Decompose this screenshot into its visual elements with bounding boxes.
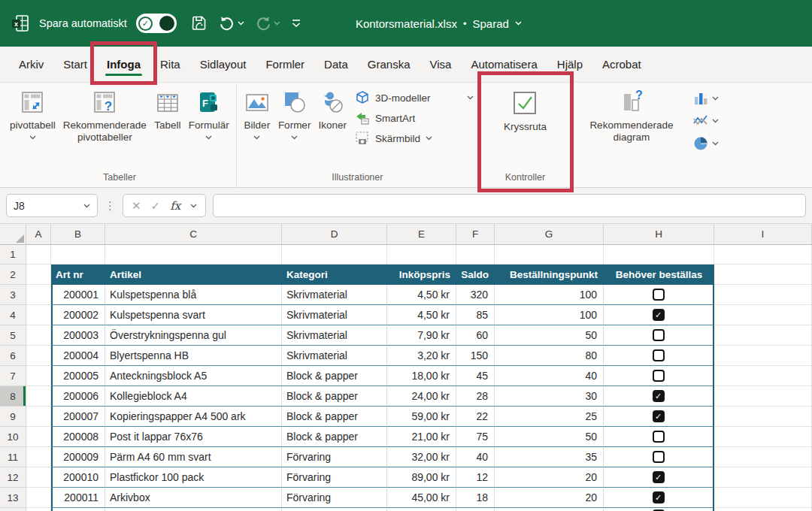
- line-chart-button[interactable]: [692, 113, 719, 129]
- cell[interactable]: Pärm A4 60 mm svart: [105, 447, 282, 467]
- cell[interactable]: 59,00 kr: [387, 407, 456, 427]
- cell[interactable]: 28: [456, 386, 495, 407]
- tab-sidlayout[interactable]: Sidlayout: [190, 49, 256, 80]
- cell[interactable]: 200001: [51, 285, 105, 305]
- tab-formler[interactable]: Formler: [256, 49, 314, 80]
- cell[interactable]: [282, 245, 387, 265]
- cell[interactable]: 60: [456, 325, 495, 346]
- cell[interactable]: Förvaring: [282, 488, 387, 508]
- row-header-3[interactable]: 3: [0, 285, 26, 305]
- cell[interactable]: [714, 508, 812, 511]
- document-title[interactable]: Kontorsmaterial.xlsx • Sparad: [356, 17, 522, 30]
- cell[interactable]: 22: [456, 407, 495, 427]
- row-header-14[interactable]: 14: [0, 508, 26, 511]
- cell[interactable]: ✓: [604, 488, 714, 508]
- cell[interactable]: 100: [495, 285, 604, 305]
- cell[interactable]: 200007: [51, 407, 105, 427]
- cancel-icon[interactable]: ✕: [132, 199, 141, 213]
- cell[interactable]: 12: [456, 467, 495, 488]
- cell[interactable]: 4,50 kr: [387, 285, 456, 305]
- cell[interactable]: [495, 245, 604, 265]
- cell[interactable]: 40: [495, 366, 604, 386]
- column-header-G[interactable]: G: [495, 224, 604, 245]
- pivottable-button[interactable]: pivottabell: [6, 84, 59, 140]
- row-header-2[interactable]: 2: [0, 265, 26, 285]
- cell[interactable]: [105, 508, 282, 511]
- row-header-5[interactable]: 5: [0, 325, 26, 346]
- cell[interactable]: [714, 325, 812, 346]
- column-header-D[interactable]: D: [282, 224, 387, 245]
- cell[interactable]: Block & papper: [282, 427, 387, 447]
- cell[interactable]: 200009: [51, 447, 105, 467]
- cell[interactable]: 18,00 kr: [387, 366, 456, 386]
- cell[interactable]: 80: [495, 346, 604, 366]
- cell[interactable]: Kulspetspenna blå: [105, 285, 282, 305]
- 3d-models-button[interactable]: 3D-modeller: [355, 90, 474, 105]
- cell[interactable]: ✓: [604, 508, 714, 511]
- recommended-charts-button[interactable]: ? Rekommenderade diagram: [575, 84, 688, 144]
- autosave-toggle[interactable]: ✓: [136, 14, 177, 33]
- cell[interactable]: Kopieringspapper A4 500 ark: [105, 407, 282, 427]
- row-header-6[interactable]: 6: [0, 346, 26, 366]
- select-all-corner[interactable]: [0, 224, 26, 245]
- table-header-cell[interactable]: Inköpspris: [387, 265, 456, 285]
- cell[interactable]: Block & papper: [282, 366, 387, 386]
- row-checkbox[interactable]: ✓: [653, 309, 665, 321]
- cell[interactable]: 45: [456, 366, 495, 386]
- cell[interactable]: 21,00 kr: [387, 427, 456, 447]
- row-header-10[interactable]: 10: [0, 427, 26, 447]
- cell[interactable]: [714, 488, 812, 508]
- cell[interactable]: 20: [495, 488, 604, 508]
- cell[interactable]: Förvaring: [282, 447, 387, 467]
- cell[interactable]: 3,20 kr: [387, 346, 456, 366]
- column-header-I[interactable]: I: [714, 224, 812, 245]
- column-header-E[interactable]: E: [387, 224, 456, 245]
- cell[interactable]: [26, 508, 51, 511]
- row-checkbox[interactable]: [653, 451, 665, 463]
- cell[interactable]: [26, 467, 51, 488]
- cell[interactable]: 200011: [51, 488, 105, 508]
- tab-start[interactable]: Start: [53, 49, 97, 80]
- column-header-C[interactable]: C: [105, 224, 282, 245]
- row-header-7[interactable]: 7: [0, 366, 26, 386]
- cell[interactable]: Förvaring: [282, 467, 387, 488]
- cell[interactable]: Skrivmaterial: [282, 305, 387, 325]
- cell[interactable]: [714, 407, 812, 427]
- tab-hjälp[interactable]: Hjälp: [547, 49, 592, 80]
- cell[interactable]: Block & papper: [282, 407, 387, 427]
- row-checkbox[interactable]: [653, 289, 665, 301]
- cell[interactable]: [714, 386, 812, 407]
- cell[interactable]: [714, 366, 812, 386]
- cell[interactable]: 200004: [51, 346, 105, 366]
- cell[interactable]: 320: [456, 285, 495, 305]
- cell[interactable]: [714, 245, 812, 265]
- cell[interactable]: 7,90 kr: [387, 325, 456, 346]
- cell[interactable]: 100: [495, 305, 604, 325]
- cell[interactable]: [604, 325, 714, 346]
- cell[interactable]: 24,00 kr: [387, 386, 456, 407]
- cell[interactable]: 200002: [51, 305, 105, 325]
- cell[interactable]: [26, 245, 51, 265]
- cell[interactable]: [714, 427, 812, 447]
- cell[interactable]: 75: [456, 427, 495, 447]
- cell[interactable]: ✓: [604, 386, 714, 407]
- cell[interactable]: Blyertspenna HB: [105, 346, 282, 366]
- cell[interactable]: 85: [456, 305, 495, 325]
- cell[interactable]: 50: [495, 325, 604, 346]
- cell[interactable]: [51, 508, 105, 511]
- row-header-1[interactable]: 1: [0, 245, 26, 265]
- cell[interactable]: Post it lappar 76x76: [105, 427, 282, 447]
- forms-button[interactable]: F Formulär: [185, 84, 233, 140]
- row-checkbox[interactable]: [653, 370, 665, 382]
- cell[interactable]: [387, 508, 456, 511]
- cell[interactable]: [282, 508, 387, 511]
- cell[interactable]: [714, 447, 812, 467]
- smartart-button[interactable]: SmartArt: [355, 110, 474, 125]
- cell[interactable]: 89,00 kr: [387, 467, 456, 488]
- table-button[interactable]: Tabell: [150, 84, 185, 132]
- table-header-cell[interactable]: Artikel: [105, 265, 282, 285]
- cell[interactable]: Skrivmaterial: [282, 285, 387, 305]
- row-header-8[interactable]: 8: [0, 386, 26, 407]
- cell[interactable]: [456, 508, 495, 511]
- quick-access-options-icon[interactable]: [291, 19, 301, 28]
